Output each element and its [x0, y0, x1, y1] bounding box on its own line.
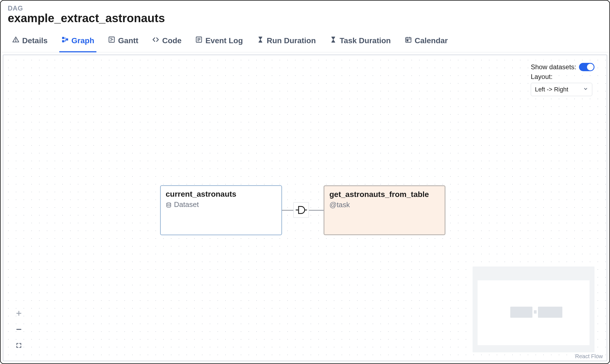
graph-controls-panel: Show datasets: Layout: Left -> Right — [531, 63, 594, 96]
minimap-gate — [534, 310, 537, 314]
svg-rect-20 — [407, 40, 408, 41]
minimap-node — [538, 307, 562, 318]
minimap[interactable] — [473, 266, 594, 352]
gantt-icon — [108, 36, 115, 45]
tab-graph[interactable]: Graph — [59, 34, 96, 52]
svg-point-23 — [167, 202, 171, 204]
toggle-knob — [587, 64, 594, 70]
zoom-in-button[interactable] — [13, 305, 25, 321]
svg-point-1 — [16, 41, 16, 41]
minimap-viewport — [478, 280, 590, 345]
node-subtitle-row: Dataset — [166, 200, 276, 209]
tab-label: Task Duration — [340, 36, 391, 45]
zoom-controls — [13, 305, 25, 353]
tab-label: Event Log — [205, 36, 243, 45]
svg-rect-2 — [62, 37, 64, 39]
and-gate-icon — [293, 202, 309, 218]
tab-code[interactable]: Code — [150, 34, 184, 52]
node-dataset[interactable]: current_astronauts Dataset — [160, 185, 282, 235]
show-datasets-label: Show datasets: — [531, 63, 576, 71]
tab-label: Gantt — [118, 36, 138, 45]
svg-rect-7 — [65, 39, 66, 42]
attribution: React Flow — [575, 353, 603, 360]
svg-rect-4 — [66, 39, 68, 41]
breadcrumb: DAG — [8, 4, 602, 12]
node-subtitle: Dataset — [174, 200, 199, 209]
page-header: DAG example_extract_astronauts — [1, 1, 609, 27]
code-icon — [152, 36, 159, 45]
database-icon — [166, 202, 172, 208]
minimap-node — [510, 307, 532, 318]
tab-gantt[interactable]: Gantt — [106, 34, 140, 52]
tab-label: Details — [22, 36, 48, 45]
chevron-down-icon — [583, 86, 588, 93]
layout-select[interactable]: Left -> Right — [531, 83, 592, 96]
app-frame: DAG example_extract_astronauts Details G… — [0, 0, 610, 364]
tab-task-duration[interactable]: Task Duration — [327, 34, 393, 52]
page-title: example_extract_astronauts — [8, 12, 602, 25]
zoom-out-button[interactable] — [13, 321, 25, 337]
show-datasets-row: Show datasets: — [531, 63, 594, 71]
tab-label: Run Duration — [267, 36, 316, 45]
svg-rect-3 — [62, 40, 64, 42]
svg-rect-5 — [64, 38, 66, 39]
calendar-icon — [405, 36, 412, 45]
tab-event-log[interactable]: Event Log — [193, 34, 245, 52]
tabs-bar: Details Graph Gantt Code Event Log — [1, 27, 609, 52]
tab-label: Calendar — [415, 36, 448, 45]
graph-canvas[interactable]: Show datasets: Layout: Left -> Right cur… — [3, 55, 607, 361]
warning-triangle-icon — [12, 36, 19, 45]
fullscreen-button[interactable] — [13, 337, 25, 353]
node-title: current_astronauts — [166, 190, 276, 199]
layout-label: Layout: — [531, 73, 553, 81]
hourglass-icon — [257, 36, 264, 45]
layout-value: Left -> Right — [535, 86, 568, 93]
tab-details[interactable]: Details — [10, 34, 50, 52]
node-subtitle-row: @task — [329, 201, 440, 209]
hourglass-icon — [330, 36, 337, 45]
node-subtitle: @task — [329, 201, 350, 209]
tab-calendar[interactable]: Calendar — [403, 34, 450, 52]
tab-label: Graph — [71, 36, 94, 45]
show-datasets-toggle[interactable] — [579, 63, 594, 71]
tab-label: Code — [162, 36, 181, 45]
node-title: get_astronauts_from_table — [329, 190, 440, 199]
graph-nodes-icon — [61, 36, 69, 45]
list-icon — [195, 36, 203, 45]
tab-run-duration[interactable]: Run Duration — [255, 34, 318, 52]
node-task[interactable]: get_astronauts_from_table @task — [324, 185, 445, 235]
